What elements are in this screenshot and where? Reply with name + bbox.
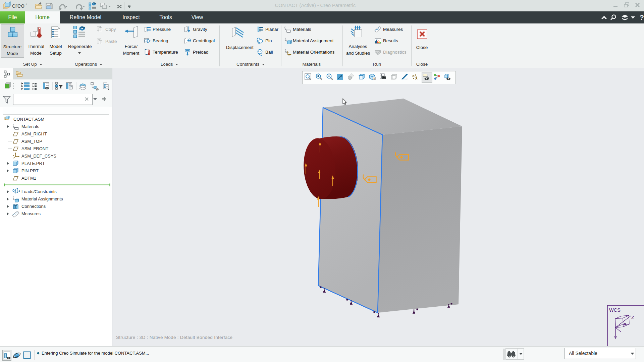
svg-text:PLATE.PRT: PLATE.PRT [21, 161, 45, 166]
svg-text:creo: creo [12, 2, 24, 9]
svg-text:Material Assignments: Material Assignments [21, 196, 63, 201]
svg-text:Loads/Constraints: Loads/Constraints [21, 189, 57, 194]
svg-text:ASM_TOP: ASM_TOP [21, 139, 42, 144]
svg-text:Z: Z [631, 315, 634, 320]
svg-text:Materials: Materials [21, 124, 39, 129]
svg-text:PIN.PRT: PIN.PRT [21, 168, 39, 173]
svg-text:CONTACT.ASM: CONTACT.ASM [13, 117, 44, 122]
svg-text:Measures: Measures [21, 211, 41, 216]
svg-text:?: ? [640, 13, 644, 21]
svg-text:ASM_DEF_CSYS: ASM_DEF_CSYS [21, 154, 56, 159]
svg-text:ADTM1: ADTM1 [21, 176, 36, 181]
svg-text:ASM_FRONT: ASM_FRONT [21, 146, 48, 151]
svg-text:WCS: WCS [609, 307, 621, 313]
svg-text:Connections: Connections [21, 204, 46, 209]
svg-text:ASM_RIGHT: ASM_RIGHT [21, 131, 47, 136]
